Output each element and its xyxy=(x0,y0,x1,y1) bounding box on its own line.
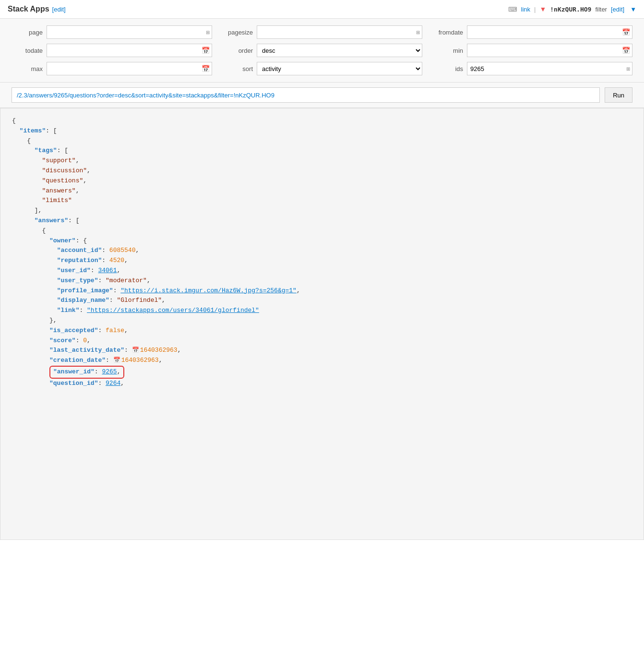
answer-id-link[interactable]: 9265 xyxy=(102,368,117,375)
param-pagesize: pagesize ⊞ xyxy=(222,25,422,39)
param-ids: ids ⊞ xyxy=(432,62,632,75)
todate-input-wrapper[interactable]: 📅 xyxy=(47,44,212,57)
fromdate-input[interactable] xyxy=(470,29,622,36)
todate-input[interactable] xyxy=(50,47,202,54)
min-calendar-icon[interactable]: 📅 xyxy=(622,47,630,54)
keyboard-icon: ⌨ xyxy=(508,6,517,13)
header-dropdown-arrow[interactable]: ▼ xyxy=(630,6,636,13)
param-sort: sort activity creation votes xyxy=(222,62,422,75)
params-area: page ⊞ pagesize ⊞ fromdate 📅 todate xyxy=(0,19,644,83)
sort-label: sort xyxy=(222,65,253,72)
site-title: Stack Apps xyxy=(8,5,49,13)
pagesize-label: pagesize xyxy=(222,29,253,36)
param-min: min 📅 xyxy=(432,44,632,57)
param-fromdate: fromdate 📅 xyxy=(432,25,632,39)
order-select[interactable]: desc asc xyxy=(257,44,422,57)
page-numeric-icon: ⊞ xyxy=(206,30,210,35)
filter-edit-link[interactable]: [edit] xyxy=(611,6,624,13)
param-max: max 📅 xyxy=(12,62,212,75)
max-input[interactable] xyxy=(50,65,202,72)
ids-input-wrapper[interactable]: ⊞ xyxy=(467,62,632,75)
page-input[interactable] xyxy=(50,29,206,36)
max-calendar-icon[interactable]: 📅 xyxy=(202,65,210,72)
fromdate-calendar-icon[interactable]: 📅 xyxy=(622,28,630,36)
question-id-link[interactable]: 9264 xyxy=(106,380,120,387)
param-todate: todate 📅 xyxy=(12,44,212,57)
user-link[interactable]: "https://stackapps.com/users/34061/glorf… xyxy=(87,307,259,314)
header-right: ⌨ link | ▼ !nKzQUR.HO9 filter [edit] ▼ xyxy=(508,5,636,13)
json-output: { "items": [ { "tags": [ "support", "dis… xyxy=(0,108,644,540)
run-button[interactable]: Run xyxy=(605,87,632,103)
header-left: Stack Apps [edit] xyxy=(8,5,66,13)
todate-calendar-icon[interactable]: 📅 xyxy=(202,47,210,54)
page-label: page xyxy=(12,29,43,36)
user-id-link[interactable]: 34061 xyxy=(98,267,117,274)
ids-label: ids xyxy=(432,65,463,72)
min-input-wrapper[interactable]: 📅 xyxy=(467,44,632,57)
page-input-wrapper[interactable]: ⊞ xyxy=(47,25,212,39)
page-header: Stack Apps [edit] ⌨ link | ▼ !nKzQUR.HO9… xyxy=(0,0,644,19)
filter-icon: ▼ xyxy=(539,5,546,13)
fromdate-input-wrapper[interactable]: 📅 xyxy=(467,25,632,39)
order-label: order xyxy=(222,47,253,54)
pagesize-numeric-icon: ⊞ xyxy=(416,30,420,35)
url-input[interactable] xyxy=(12,87,600,103)
min-label: min xyxy=(432,47,463,54)
sort-select[interactable]: activity creation votes xyxy=(257,62,422,75)
pagesize-input-wrapper[interactable]: ⊞ xyxy=(257,25,422,39)
todate-label: todate xyxy=(12,47,43,54)
max-input-wrapper[interactable]: 📅 xyxy=(47,62,212,75)
profile-image-link[interactable]: "https://i.stack.imgur.com/Haz6W.jpg?s=2… xyxy=(120,287,297,294)
filter-prefix: filter xyxy=(595,6,607,13)
max-label: max xyxy=(12,65,43,72)
ids-input[interactable] xyxy=(470,65,626,72)
min-input[interactable] xyxy=(470,47,622,54)
separator: | xyxy=(534,6,536,13)
filter-name: !nKzQUR.HO9 xyxy=(550,6,591,13)
param-page: page ⊞ xyxy=(12,25,212,39)
url-bar: Run xyxy=(0,83,644,108)
pagesize-input[interactable] xyxy=(260,29,416,36)
ids-numeric-icon: ⊞ xyxy=(626,66,630,72)
param-order: order desc asc xyxy=(222,44,422,57)
link-button[interactable]: link xyxy=(521,6,531,13)
params-grid: page ⊞ pagesize ⊞ fromdate 📅 todate xyxy=(12,25,632,75)
fromdate-label: fromdate xyxy=(432,29,463,36)
title-edit-link[interactable]: [edit] xyxy=(52,6,66,13)
answer-id-highlight: "answer_id": 9265, xyxy=(49,366,124,379)
